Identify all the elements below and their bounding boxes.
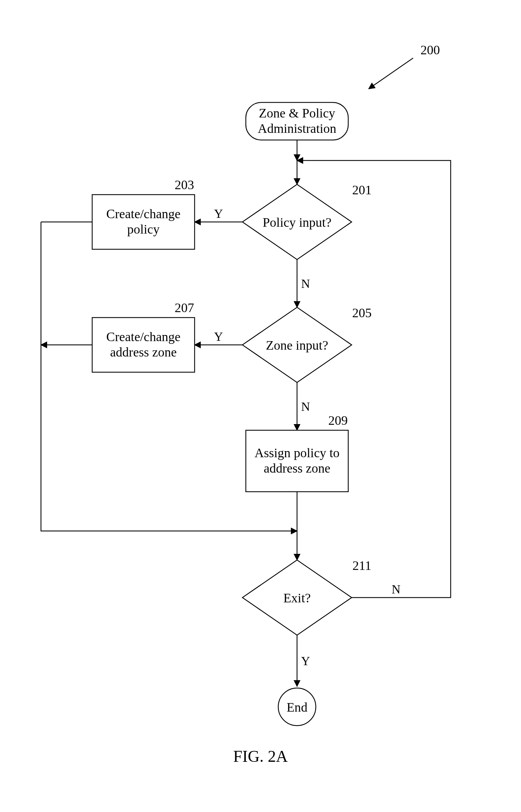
start-text-2: Administration	[258, 121, 336, 136]
process-203-ref: 203	[175, 178, 194, 192]
label-201-no: N	[301, 277, 310, 291]
process-209-ref: 209	[328, 413, 348, 428]
process-203-text-2: policy	[127, 222, 160, 236]
figure-ref: 200	[421, 43, 440, 57]
decision-205-ref: 205	[352, 306, 372, 320]
decision-201-ref: 201	[352, 183, 372, 197]
flowchart: 200 Zone & Policy Administration Policy …	[0, 0, 521, 812]
figure-ref-arrow	[369, 58, 413, 89]
decision-211-ref: 211	[352, 558, 371, 573]
label-201-yes: Y	[214, 207, 223, 221]
process-207-ref: 207	[175, 300, 194, 315]
process-209-text-1: Assign policy to	[254, 446, 339, 460]
label-211-yes: Y	[301, 654, 310, 668]
decision-205-text: Zone input?	[266, 338, 328, 352]
figure-label: FIG. 2A	[233, 747, 288, 765]
label-211-no: N	[392, 583, 400, 596]
process-207-text-1: Create/change	[106, 330, 180, 344]
process-203-text-1: Create/change	[106, 207, 180, 221]
decision-201-text: Policy input?	[263, 215, 332, 229]
start-text-1: Zone & Policy	[259, 106, 335, 120]
process-209-text-2: address zone	[264, 461, 330, 475]
label-205-no: N	[301, 400, 310, 414]
process-207-text-2: address zone	[110, 345, 177, 359]
label-205-yes: Y	[214, 330, 223, 344]
decision-211-text: Exit?	[283, 591, 311, 605]
end-text: End	[286, 700, 307, 714]
